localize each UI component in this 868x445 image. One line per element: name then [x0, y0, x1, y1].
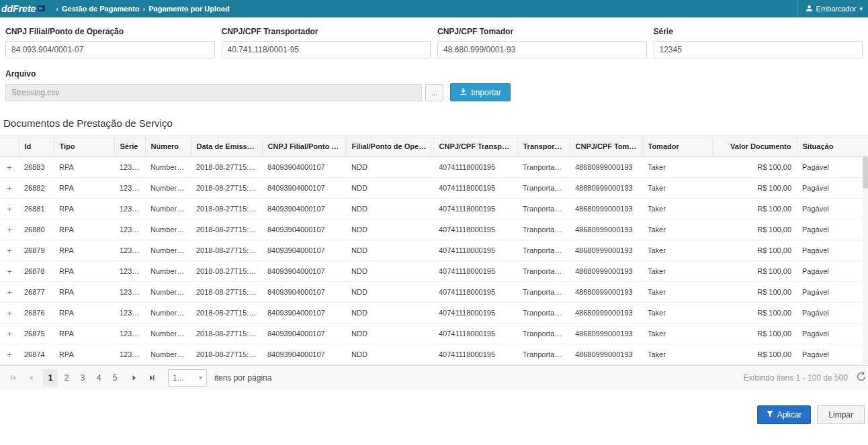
table-cell: NDD — [346, 261, 433, 282]
column-header-data-de-emiss-o[interactable]: Data de Emissão ↓ — [191, 136, 262, 157]
browse-file-button[interactable]: ... — [425, 84, 443, 101]
grid-body: +26883RPA12345Number4652018-08-27T15:27:… — [0, 157, 863, 365]
refresh-icon[interactable] — [856, 371, 867, 384]
table-cell: R$ 100,00 — [712, 261, 797, 282]
table-cell: 12345 — [114, 303, 145, 324]
page-number-5[interactable]: 5 — [107, 369, 122, 387]
table-cell: 2018-08-27T15:27:49.36 — [191, 324, 262, 344]
apply-button[interactable]: Aplicar — [757, 405, 812, 424]
table-cell: Pagável — [797, 240, 863, 261]
table-cell: 12345 — [114, 199, 145, 219]
column-header-situa-o[interactable]: Situação — [797, 136, 863, 157]
table-cell: 40741118000195 — [433, 303, 517, 324]
arquivo-input[interactable] — [5, 84, 422, 101]
table-cell: 2018-08-27T15:27:51.517 — [191, 157, 262, 178]
table-cell: R$ 100,00 — [712, 219, 797, 240]
table-cell: Taker — [642, 324, 712, 344]
last-page-button[interactable] — [144, 369, 160, 387]
table-cell: Pagável — [797, 199, 863, 219]
field-cnpj-filial: CNPJ Filial/Ponto de Operação — [5, 27, 215, 58]
table-row: +26875RPA12345Number4572018-08-27T15:27:… — [0, 324, 863, 344]
table-cell: NDD — [346, 303, 433, 324]
app-logo-text: ddFrete — [1, 3, 36, 14]
expand-row-icon[interactable]: + — [0, 219, 19, 240]
page-size-dropdown[interactable]: 1... ▾ — [168, 369, 207, 387]
expand-row-icon[interactable]: + — [0, 324, 19, 344]
table-cell: Pagável — [797, 324, 863, 344]
table-cell: 26879 — [19, 240, 54, 261]
table-row: +26883RPA12345Number4652018-08-27T15:27:… — [0, 157, 863, 178]
table-cell: 12345 — [114, 324, 145, 344]
table-row: +26881RPA12345Number4632018-08-27T15:27:… — [0, 199, 863, 219]
expand-row-icon[interactable]: + — [0, 303, 19, 324]
apply-button-label: Aplicar — [777, 410, 802, 419]
table-cell: Number464 — [145, 178, 191, 199]
breadcrumb-pagamento-upload[interactable]: Pagamento por Upload — [148, 5, 229, 13]
column-header-valor-documento[interactable]: Valor Documento — [712, 136, 797, 157]
grid-scrollbar-thumb[interactable] — [863, 156, 868, 189]
expand-row-icon[interactable]: + — [0, 344, 19, 365]
table-cell: RPA — [54, 261, 114, 282]
page-number-4[interactable]: 4 — [91, 369, 106, 387]
table-cell: 12345 — [114, 261, 145, 282]
breadcrumb-gestao-pagamento[interactable]: Gestão de Pagamento — [62, 5, 140, 13]
table-cell: 26883 — [19, 157, 54, 178]
column-header-tipo[interactable]: Tipo — [54, 136, 114, 157]
table-cell: Number457 — [145, 324, 191, 344]
table-cell: 48680999000193 — [570, 261, 642, 282]
app-logo[interactable]: ddFrete — [0, 3, 52, 14]
cnpj-tomador-label: CNPJ/CPF Tomador — [437, 27, 647, 36]
column-header-id[interactable]: Id — [19, 136, 54, 157]
column-header-cnpj-cpf-transportador[interactable]: CNPJ/CPF Transportador — [433, 136, 517, 157]
filter-icon — [767, 410, 773, 419]
table-cell: R$ 100,00 — [712, 282, 797, 303]
table-cell: RPA — [54, 157, 114, 178]
import-button[interactable]: Importar — [450, 83, 511, 101]
user-menu-label: Embarcador — [816, 5, 857, 13]
column-header-n-mero[interactable]: Número — [145, 136, 191, 157]
table-cell: 48680999000193 — [570, 282, 642, 303]
column-header-cnpj-filial-ponto-de-opera[interactable]: CNPJ Filial/Ponto de Operaç... — [262, 136, 346, 157]
table-cell: 2018-08-27T15:27:50.727 — [191, 219, 262, 240]
table-cell: Pagável — [797, 157, 863, 178]
breadcrumb-separator-icon: › — [56, 5, 58, 13]
user-menu[interactable]: Embarcador ▾ — [797, 0, 863, 17]
previous-page-button[interactable] — [23, 369, 39, 387]
column-header-filial-ponto-de-opera-o[interactable]: Filial/Ponto de Operação — [346, 136, 433, 157]
page-number-3[interactable]: 3 — [75, 369, 90, 387]
next-page-button[interactable] — [126, 369, 142, 387]
table-cell: Taker — [642, 303, 712, 324]
table-cell: Number459 — [145, 282, 191, 303]
table-cell: 84093904000107 — [262, 219, 346, 240]
breadcrumb-separator-icon: › — [143, 5, 146, 13]
expand-row-icon[interactable]: + — [0, 261, 19, 282]
first-page-button[interactable] — [5, 369, 21, 387]
page-number-2[interactable]: 2 — [59, 369, 74, 387]
column-header-tomador[interactable]: Tomador — [642, 136, 712, 157]
serie-input[interactable] — [654, 41, 863, 58]
expand-row-icon[interactable]: + — [0, 178, 19, 199]
cnpj-tomador-input[interactable] — [437, 41, 647, 58]
column-header-cnpj-cpf-tomador[interactable]: CNPJ/CPF Tomador — [570, 136, 642, 157]
cnpj-filial-input[interactable] — [5, 41, 215, 58]
field-serie: Série — [654, 27, 863, 58]
expand-row-icon[interactable]: + — [0, 240, 19, 261]
grid-scrollbar[interactable] — [863, 156, 868, 364]
table-row: +26880RPA12345Number4622018-08-27T15:27:… — [0, 219, 863, 240]
expand-row-icon[interactable]: + — [0, 157, 19, 178]
table-cell: 84093904000107 — [262, 199, 346, 219]
table-cell: Taker — [642, 199, 712, 219]
clear-button[interactable]: Limpar — [817, 405, 865, 424]
table-row: +26877RPA12345Number4592018-08-27T15:27:… — [0, 282, 863, 303]
column-header-transportador[interactable]: Transportador — [517, 136, 570, 157]
column-header-s-rie[interactable]: Série — [114, 136, 145, 157]
cnpj-transportador-input[interactable] — [222, 41, 431, 58]
expand-row-icon[interactable]: + — [0, 199, 19, 219]
table-cell: 40741118000195 — [433, 178, 517, 199]
table-cell: RPA — [54, 282, 114, 303]
page-number-1[interactable]: 1 — [43, 369, 58, 387]
grid-header-row: IdTipoSérieNúmeroData de Emissão ↓CNPJ F… — [0, 136, 863, 157]
expand-row-icon[interactable]: + — [0, 282, 19, 303]
field-cnpj-transportador: CNPJ/CPF Transportador — [222, 27, 431, 58]
table-cell: Pagável — [797, 344, 863, 365]
